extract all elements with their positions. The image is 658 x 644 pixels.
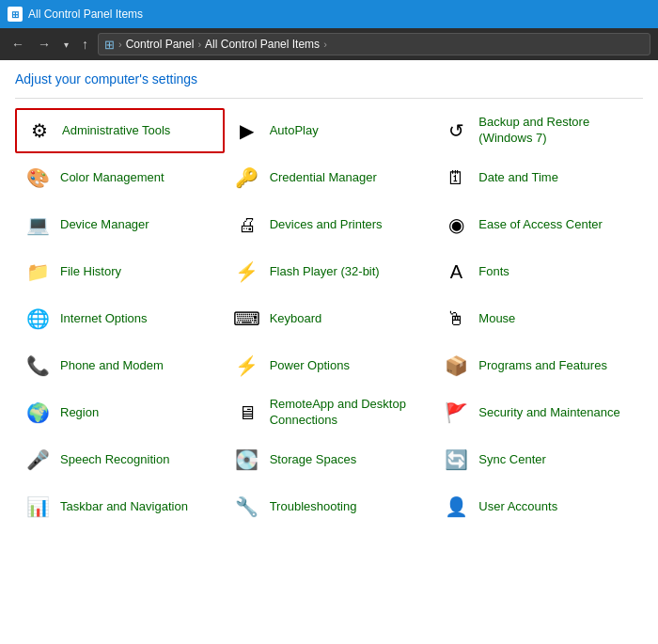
item-troubleshooting[interactable]: 🔧Troubleshooting xyxy=(225,484,434,529)
item-flash-player[interactable]: ⚡Flash Player (32-bit) xyxy=(225,249,434,294)
item-sync-center[interactable]: 🔄Sync Center xyxy=(433,437,643,482)
icon-storage-spaces: 💽 xyxy=(232,445,262,475)
icon-internet-options: 🌐 xyxy=(23,304,53,334)
label-backup-restore: Backup and Restore (Windows 7) xyxy=(478,115,635,147)
icon-power-options: ⚡ xyxy=(232,351,262,381)
label-color-management: Color Management xyxy=(60,170,164,186)
label-user-accounts: User Accounts xyxy=(478,499,557,515)
breadcrumb-sep1: › xyxy=(118,39,122,50)
up-button[interactable]: ↑ xyxy=(78,35,92,54)
item-taskbar-and-navigation[interactable]: 📊Taskbar and Navigation xyxy=(15,484,225,529)
window-icon: ⊞ xyxy=(8,7,23,22)
item-fonts[interactable]: AFonts xyxy=(433,249,643,294)
item-color-management[interactable]: 🎨Color Management xyxy=(15,155,225,200)
item-region[interactable]: 🌍Region xyxy=(15,390,225,435)
label-device-manager: Device Manager xyxy=(60,217,149,233)
icon-backup-restore: ↺ xyxy=(441,116,471,146)
label-keyboard: Keyboard xyxy=(270,311,322,327)
icon-troubleshooting: 🔧 xyxy=(232,492,262,522)
window-title: All Control Panel Items xyxy=(28,8,143,21)
main-content: Adjust your computer's settings ⚙Adminis… xyxy=(0,60,658,541)
items-grid: ⚙Administrative Tools▶AutoPlay↺Backup an… xyxy=(15,108,643,529)
label-fonts: Fonts xyxy=(478,264,509,280)
icon-phone-and-modem: 📞 xyxy=(23,351,53,381)
label-troubleshooting: Troubleshooting xyxy=(270,499,357,515)
address-input[interactable]: ⊞ › Control Panel › All Control Panel It… xyxy=(98,33,650,55)
label-storage-spaces: Storage Spaces xyxy=(270,452,357,468)
item-autoplay[interactable]: ▶AutoPlay xyxy=(225,108,434,153)
item-administrative-tools[interactable]: ⚙Administrative Tools xyxy=(15,108,225,153)
icon-devices-and-printers: 🖨 xyxy=(232,210,262,240)
item-ease-of-access[interactable]: ◉Ease of Access Center xyxy=(433,202,643,247)
breadcrumb-sep3: › xyxy=(323,39,327,50)
item-user-accounts[interactable]: 👤User Accounts xyxy=(433,484,643,529)
item-credential-manager[interactable]: 🔑Credential Manager xyxy=(225,155,434,200)
icon-flash-player: ⚡ xyxy=(232,257,262,287)
icon-region: 🌍 xyxy=(23,398,53,428)
icon-administrative-tools: ⚙ xyxy=(24,116,55,146)
label-security-and-maintenance: Security and Maintenance xyxy=(478,405,619,421)
item-file-history[interactable]: 📁File History xyxy=(15,249,225,294)
icon-user-accounts: 👤 xyxy=(441,492,471,522)
label-programs-and-features: Programs and Features xyxy=(478,358,607,374)
icon-speech-recognition: 🎤 xyxy=(23,445,53,475)
icon-autoplay: ▶ xyxy=(232,116,262,146)
page-subtitle: Adjust your computer's settings xyxy=(15,71,643,86)
icon-file-history: 📁 xyxy=(23,257,53,287)
icon-device-manager: 💻 xyxy=(23,210,53,240)
label-sync-center: Sync Center xyxy=(478,452,546,468)
label-internet-options: Internet Options xyxy=(60,311,148,327)
icon-sync-center: 🔄 xyxy=(441,445,471,475)
item-internet-options[interactable]: 🌐Internet Options xyxy=(15,296,225,341)
label-mouse: Mouse xyxy=(478,311,515,327)
label-devices-and-printers: Devices and Printers xyxy=(270,217,383,233)
item-security-and-maintenance[interactable]: 🚩Security and Maintenance xyxy=(433,390,643,435)
label-ease-of-access: Ease of Access Center xyxy=(478,217,603,233)
item-remoteapp[interactable]: 🖥RemoteApp and Desktop Connections xyxy=(225,390,434,435)
item-programs-and-features[interactable]: 📦Programs and Features xyxy=(433,343,643,388)
icon-programs-and-features: 📦 xyxy=(441,351,471,381)
label-file-history: File History xyxy=(60,264,121,280)
title-bar: ⊞ All Control Panel Items xyxy=(0,0,658,28)
back-button[interactable]: ← xyxy=(8,35,28,54)
address-bar: ← → ▾ ↑ ⊞ › Control Panel › All Control … xyxy=(0,28,658,60)
icon-fonts: A xyxy=(441,257,471,287)
breadcrumb-all-items[interactable]: All Control Panel Items xyxy=(205,38,320,51)
item-speech-recognition[interactable]: 🎤Speech Recognition xyxy=(15,437,225,482)
icon-security-and-maintenance: 🚩 xyxy=(441,398,471,428)
item-mouse[interactable]: 🖱Mouse xyxy=(433,296,643,341)
item-power-options[interactable]: ⚡Power Options xyxy=(225,343,434,388)
label-speech-recognition: Speech Recognition xyxy=(60,452,169,468)
breadcrumb-sep2: › xyxy=(197,39,201,50)
divider xyxy=(15,98,643,99)
item-phone-and-modem[interactable]: 📞Phone and Modem xyxy=(15,343,225,388)
item-devices-and-printers[interactable]: 🖨Devices and Printers xyxy=(225,202,434,247)
label-date-and-time: Date and Time xyxy=(478,170,558,186)
item-backup-restore[interactable]: ↺Backup and Restore (Windows 7) xyxy=(433,108,643,153)
label-region: Region xyxy=(60,405,99,421)
label-autoplay: AutoPlay xyxy=(270,123,319,139)
label-taskbar-and-navigation: Taskbar and Navigation xyxy=(60,499,188,515)
item-keyboard[interactable]: ⌨Keyboard xyxy=(225,296,434,341)
icon-color-management: 🎨 xyxy=(23,163,53,193)
icon-ease-of-access: ◉ xyxy=(441,210,471,240)
label-phone-and-modem: Phone and Modem xyxy=(60,358,164,374)
icon-credential-manager: 🔑 xyxy=(232,163,262,193)
icon-keyboard: ⌨ xyxy=(232,304,262,334)
item-date-and-time[interactable]: 🗓Date and Time xyxy=(433,155,643,200)
icon-date-and-time: 🗓 xyxy=(441,163,471,193)
item-device-manager[interactable]: 💻Device Manager xyxy=(15,202,225,247)
item-storage-spaces[interactable]: 💽Storage Spaces xyxy=(225,437,434,482)
label-credential-manager: Credential Manager xyxy=(270,170,377,186)
icon-mouse: 🖱 xyxy=(441,304,471,334)
breadcrumb-control-panel[interactable]: Control Panel xyxy=(126,38,195,51)
forward-button[interactable]: → xyxy=(34,35,55,54)
recent-button[interactable]: ▾ xyxy=(60,38,72,52)
label-flash-player: Flash Player (32-bit) xyxy=(270,264,380,280)
label-remoteapp: RemoteApp and Desktop Connections xyxy=(270,397,427,429)
icon-taskbar-and-navigation: 📊 xyxy=(23,492,53,522)
icon-remoteapp: 🖥 xyxy=(232,398,262,428)
label-power-options: Power Options xyxy=(270,358,350,374)
label-administrative-tools: Administrative Tools xyxy=(62,123,170,139)
